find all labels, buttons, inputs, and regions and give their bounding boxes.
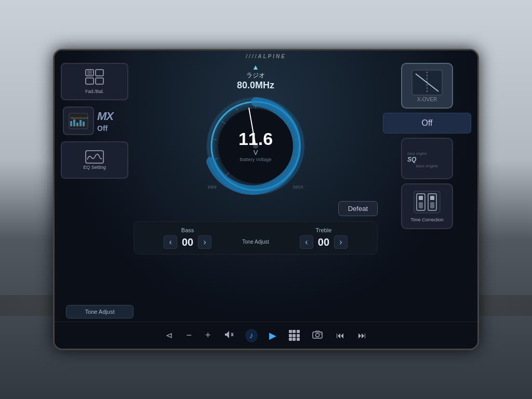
bass-engine-icon: bass engine SQ: [406, 149, 448, 164]
bass-controls: ‹ 00 ›: [164, 235, 211, 249]
gauge-sublabel: Battery Voltage: [238, 157, 273, 162]
svg-rect-9: [70, 121, 72, 126]
mx-row: MediaXpander MX Off: [61, 104, 128, 137]
fad-bal-icon: [85, 69, 104, 87]
media-xpander-button[interactable]: MediaXpander: [63, 107, 94, 135]
grid-dot: [289, 334, 292, 337]
gauge-min: MIN: [208, 184, 217, 190]
bass-section: Bass ‹ 00 ›: [141, 227, 234, 249]
right-column: X-OVER Off bass engine SQ bass engine: [383, 63, 471, 318]
car-background: ////ALPINE: [0, 0, 532, 399]
svg-text:SQ: SQ: [407, 156, 417, 163]
previous-button[interactable]: ⏮: [334, 329, 347, 342]
eq-icon: [85, 150, 104, 165]
bass-engine-button[interactable]: bass engine SQ bass engine: [401, 138, 453, 179]
grid-dot: [289, 330, 292, 333]
svg-text:MediaXpander: MediaXpander: [71, 116, 88, 119]
svg-rect-12: [79, 120, 82, 126]
grid-dot: [297, 334, 300, 337]
tone-adjust-button[interactable]: Tone Adjust: [66, 305, 134, 318]
center-bottom: Defeat Bass ‹ 00 ›: [134, 201, 378, 255]
screen-bezel: ////ALPINE: [53, 49, 479, 350]
radio-label: ラジオ: [246, 71, 265, 80]
treble-increase-button[interactable]: ›: [334, 235, 348, 249]
mx-status: Off: [97, 124, 113, 132]
radio-frequency: 80.0MHz: [237, 80, 274, 91]
grid-dot: [297, 338, 300, 341]
grid-dot: [292, 334, 296, 337]
bass-decrease-button[interactable]: ‹: [164, 235, 177, 249]
gauge-reading: 11.6 V Battery Voltage: [238, 130, 273, 162]
svg-text:bass engine: bass engine: [407, 152, 427, 156]
next-button[interactable]: ⏭: [356, 329, 368, 342]
bass-increase-button[interactable]: ›: [198, 235, 211, 249]
grid-menu-button[interactable]: [288, 329, 301, 342]
gauge-container: 11.6 V Battery Voltage MIN MAX: [204, 94, 308, 198]
nav-button[interactable]: ⊲: [164, 328, 175, 342]
grid-dot: [292, 330, 296, 333]
tone-adjust-wrapper: Tone Adjust: [61, 305, 128, 318]
eq-label: EQ Setting: [83, 165, 106, 170]
svg-rect-40: [419, 202, 423, 208]
gauge-value: 11.6: [238, 130, 273, 148]
defeat-row: Defeat: [134, 201, 378, 216]
main-screen: Fad./Bal. MediaXpander: [55, 50, 477, 322]
time-correction-button[interactable]: Time Correction: [401, 183, 453, 229]
xover-icon: [411, 70, 443, 96]
play-pause-button[interactable]: ▶: [267, 328, 278, 343]
xover-label: X-OVER: [417, 97, 437, 102]
svg-rect-1: [96, 70, 103, 76]
eq-setting-button[interactable]: EQ Setting: [61, 141, 128, 179]
svg-rect-3: [96, 78, 103, 84]
tone-panel: Bass ‹ 00 › Tone Adjust Treble: [134, 221, 378, 255]
bass-engine-label: bass engine: [416, 164, 438, 168]
svg-rect-43: [430, 202, 434, 208]
gauge-unit: V: [254, 149, 258, 156]
svg-rect-2: [86, 78, 94, 84]
svg-rect-13: [83, 122, 85, 126]
grid-dot: [289, 338, 292, 341]
off-button[interactable]: Off: [383, 113, 471, 134]
fad-bal-label: Fad./Bal.: [85, 89, 104, 94]
bass-label: Bass: [181, 227, 194, 233]
mx-info: MX Off: [97, 110, 113, 132]
time-correction-label: Time Correction: [410, 217, 444, 222]
treble-label: Treble: [316, 227, 332, 233]
brand-label: ////ALPINE: [246, 54, 286, 59]
svg-rect-10: [73, 119, 75, 126]
music-button[interactable]: ♪: [245, 329, 258, 342]
treble-value: 00: [316, 236, 331, 248]
bottom-toolbar: ⊲ − + ♪ ▶: [55, 322, 477, 349]
xover-button[interactable]: X-OVER: [401, 63, 453, 109]
treble-decrease-button[interactable]: ‹: [300, 235, 313, 249]
treble-section: Treble ‹ 00 ›: [277, 227, 370, 249]
svg-point-47: [315, 334, 319, 337]
radio-info: ▲ ラジオ 80.0MHz: [237, 63, 274, 91]
svg-line-19: [225, 172, 229, 176]
svg-text:CAN: CAN: [320, 332, 323, 335]
volume-down-button[interactable]: −: [184, 328, 194, 343]
mx-logo: MX: [97, 110, 113, 123]
fad-bal-button[interactable]: Fad./Bal.: [61, 63, 128, 100]
svg-rect-42: [430, 196, 434, 200]
svg-rect-11: [76, 123, 78, 126]
grid-dot: [297, 330, 300, 333]
svg-rect-39: [419, 196, 423, 200]
tone-adjust-center-label: Tone Adjust: [238, 239, 273, 245]
gauge-max: MAX: [293, 184, 303, 190]
mute-button[interactable]: [222, 328, 236, 343]
center-column: ▲ ラジオ 80.0MHz: [134, 63, 378, 318]
left-column: Fad./Bal. MediaXpander: [61, 63, 128, 318]
time-correction-icon: [414, 191, 441, 216]
camera-button[interactable]: CAN: [310, 328, 325, 342]
volume-up-button[interactable]: +: [203, 328, 213, 343]
defeat-button[interactable]: Defeat: [338, 201, 378, 216]
treble-controls: ‹ 00 ›: [300, 235, 348, 249]
up-arrow-icon: ▲: [252, 63, 259, 71]
grid-dot: [292, 338, 296, 341]
bass-value: 00: [180, 236, 195, 248]
